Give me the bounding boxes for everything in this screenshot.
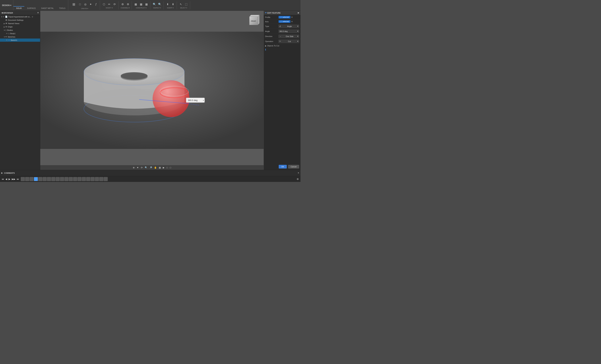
create-label[interactable]: CREATE ▾: [81, 8, 88, 10]
inspect-btn2[interactable]: 🔍: [158, 2, 162, 7]
tl-last-btn[interactable]: ⏭: [16, 177, 20, 181]
body1-visibility-icon[interactable]: 👁: [6, 33, 8, 35]
modify-btn1[interactable]: ⬡: [102, 2, 106, 7]
browser-close-icon[interactable]: ✕: [37, 12, 39, 14]
axis-clear-btn[interactable]: ✕: [291, 20, 293, 23]
tree-origin[interactable]: ▶ ✛ Origin: [0, 25, 40, 29]
type-dropdown[interactable]: ∠ Angle ▾: [279, 25, 299, 28]
tl-prev-btn[interactable]: ◀: [5, 177, 8, 181]
tree-named-views[interactable]: ▶ 👁 Named Views: [0, 22, 40, 25]
tree-body1[interactable]: 👁 □ Body1: [0, 32, 40, 35]
cancel-button[interactable]: Cancel: [288, 165, 299, 169]
timeline-step-14[interactable]: [78, 177, 81, 181]
nav-cube[interactable]: FRONT: [247, 14, 260, 28]
tree-sketch1[interactable]: 👁 ✏ Sketch1: [0, 38, 40, 42]
ok-button[interactable]: OK: [279, 165, 287, 169]
timeline-bar: ⏮ ◀ ▶ ▶▶ ⏭ ⚙: [0, 176, 300, 182]
timeline-step-17[interactable]: [90, 177, 95, 181]
modify-label[interactable]: MODIFY ▾: [106, 7, 113, 9]
tab-solid[interactable]: SOLID: [13, 6, 24, 10]
timeline-step-7[interactable]: [47, 177, 51, 181]
timeline-step-15[interactable]: [82, 177, 86, 181]
timeline-step-12[interactable]: [69, 177, 73, 181]
operation-dropdown[interactable]: ✂ Cut ▾: [279, 40, 299, 43]
tl-first-btn[interactable]: ⏮: [1, 177, 4, 181]
profile-clear-btn[interactable]: ✕: [291, 16, 293, 19]
root-actions[interactable]: ⚙: [32, 16, 33, 18]
vp-display-btn[interactable]: ▦: [158, 166, 161, 169]
timeline-step-5[interactable]: [38, 177, 42, 181]
modify-btn3[interactable]: ⟳: [112, 2, 117, 7]
select-btn1[interactable]: ↖: [179, 2, 183, 7]
browser-collapse-icon[interactable]: ◀: [1, 12, 3, 14]
timeline-step-20[interactable]: [104, 177, 108, 181]
comments-collapse-icon[interactable]: ▶: [1, 172, 3, 174]
tab-surface[interactable]: SURFACE: [24, 6, 38, 10]
vp-rotate-btn[interactable]: ⟳: [140, 166, 143, 169]
angle-dropdown[interactable]: 360.0 deg ▾: [279, 30, 299, 33]
timeline-step-10[interactable]: [60, 177, 64, 181]
create-btn3[interactable]: ◎: [83, 2, 88, 7]
modify-btn2[interactable]: ✏: [107, 2, 112, 7]
insert-label[interactable]: INSERT ▾: [167, 7, 174, 9]
edit-panel-expand-icon[interactable]: ▶: [298, 12, 299, 14]
tree-bodies[interactable]: ▼ □ Bodies: [0, 29, 40, 32]
tl-play-btn[interactable]: ▶: [8, 177, 11, 181]
select-label[interactable]: SELECT ▾: [180, 7, 187, 9]
timeline-step-2[interactable]: [25, 177, 29, 181]
tree-doc-settings[interactable]: ⚙ Document Settings: [0, 19, 40, 22]
timeline-step-19[interactable]: [99, 177, 103, 181]
construct-btn3[interactable]: ▦: [144, 2, 149, 7]
vp-look-btn[interactable]: ▼: [136, 166, 140, 169]
vp-zoom-btn[interactable]: 🔍: [144, 166, 148, 169]
design-menu[interactable]: DESIGN ▾: [0, 0, 13, 10]
viewport-3d[interactable]: 360.0 deg ▾ FRONT: [40, 11, 264, 170]
timeline-step-3[interactable]: [30, 177, 34, 181]
assemble-btn2[interactable]: ⚙: [126, 2, 130, 7]
construct-btn2[interactable]: ▦: [139, 2, 143, 7]
create-btn4[interactable]: ✦: [88, 2, 93, 7]
timeline-step-11[interactable]: [64, 177, 68, 181]
profile-badge[interactable]: ⟦ 1 selected: [279, 16, 290, 19]
tl-next-btn[interactable]: ▶▶: [11, 177, 16, 181]
timeline-step-16[interactable]: [86, 177, 90, 181]
create-btn2[interactable]: □: [78, 2, 82, 7]
vp-zoom2-btn[interactable]: 🔎: [149, 166, 153, 169]
construct-label[interactable]: CONSTRUCT ▾: [136, 7, 147, 9]
timeline-step-6[interactable]: [43, 177, 47, 181]
vp-settings-btn[interactable]: □: [169, 166, 172, 169]
angle-label: Angle: [265, 30, 279, 32]
create-btn1[interactable]: ⊞: [71, 1, 77, 7]
assemble-btn1[interactable]: ⚙: [120, 2, 125, 7]
inspect-label[interactable]: INSPECT ▾: [153, 7, 161, 9]
construct-btn1[interactable]: ▦: [133, 2, 138, 7]
insert-btn1[interactable]: ⬇: [165, 2, 170, 7]
timeline-step-9[interactable]: [56, 177, 60, 181]
vp-orbit-btn[interactable]: ⊕: [132, 166, 135, 169]
assemble-label[interactable]: ASSEMBLE ▾: [120, 7, 130, 9]
tree-sketches[interactable]: ▼ ✏ Sketches: [0, 35, 40, 38]
inspect-btn1[interactable]: 🔍: [152, 2, 157, 7]
timeline-step-18[interactable]: [95, 177, 99, 181]
vp-camera-btn[interactable]: ▶: [162, 166, 165, 169]
tab-tools[interactable]: TOOLS: [57, 6, 68, 10]
vp-pan-btn[interactable]: ✋: [153, 166, 158, 169]
sketch1-visibility-icon[interactable]: 👁: [6, 39, 8, 41]
root-visibility-icon[interactable]: 👁: [3, 16, 4, 18]
direction-dropdown[interactable]: → One Side ▾: [279, 35, 299, 38]
edit-panel-header: ✏ EDIT FEATURE ▶: [264, 11, 300, 15]
timeline-step-1[interactable]: [21, 177, 25, 181]
timeline-step-8[interactable]: [51, 177, 55, 181]
tab-sheet-metal[interactable]: SHEET METAL: [38, 6, 56, 10]
comments-close-icon[interactable]: ✕: [298, 172, 299, 174]
insert-btn2[interactable]: ⬇: [171, 2, 175, 7]
objects-to-cut-row[interactable]: ▶ Objects To Cut: [264, 44, 300, 48]
select-btn2[interactable]: ⬚: [184, 2, 189, 7]
vp-render-btn[interactable]: □: [166, 166, 169, 169]
timeline-settings-btn[interactable]: ⚙: [296, 177, 299, 181]
timeline-step-4[interactable]: [34, 177, 38, 181]
axis-badge[interactable]: ⟦ 1 selected: [279, 20, 290, 23]
timeline-step-13[interactable]: [73, 177, 77, 181]
tree-root[interactable]: ▼ 👁 📄 Tripod Hyperboloid with st... ⚙: [0, 15, 40, 19]
create-btn5[interactable]: ƒ: [94, 2, 99, 7]
